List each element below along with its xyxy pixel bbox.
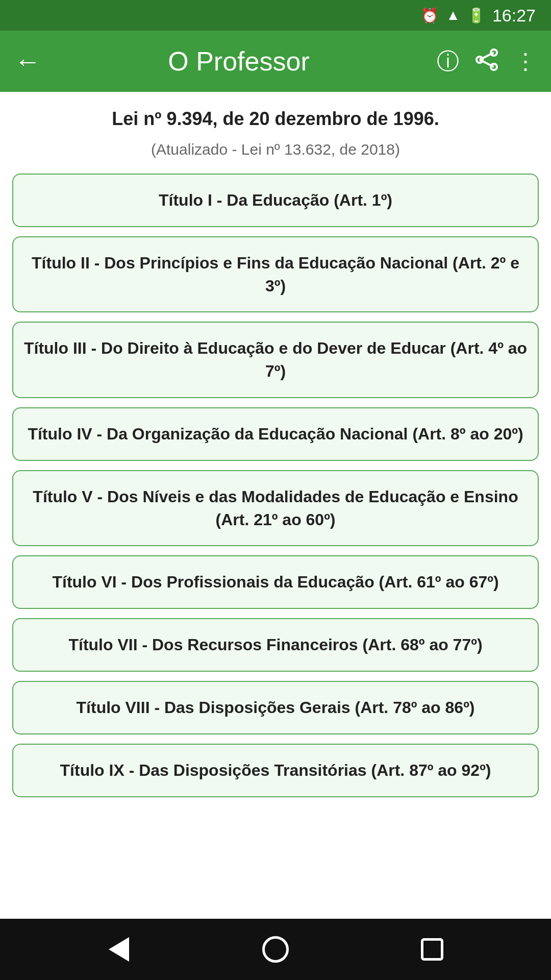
nav-home-button[interactable] — [255, 929, 296, 970]
svg-line-4 — [480, 60, 494, 67]
alarm-icon: ⏰ — [421, 7, 439, 24]
battery-icon: 🔋 — [467, 7, 485, 24]
law-title: Lei nº 9.394, de 20 dezembro de 1996. — [112, 108, 439, 130]
nav-recents-button[interactable] — [412, 929, 453, 970]
nav-bar — [0, 919, 551, 980]
share-button[interactable] — [475, 48, 498, 75]
app-bar: ← O Professor ⓘ ⋮ — [0, 31, 551, 92]
more-button[interactable]: ⋮ — [514, 50, 537, 72]
titulo-button-8[interactable]: Título VIII - Das Disposições Gerais (Ar… — [12, 681, 539, 734]
titulo-button-7[interactable]: Título VII - Dos Recursos Financeiros (A… — [12, 618, 539, 672]
nav-back-button[interactable] — [98, 929, 139, 970]
app-bar-actions: ⓘ ⋮ — [437, 48, 537, 75]
titulo-button-1[interactable]: Título I - Da Educação (Art. 1º) — [12, 174, 539, 227]
signal-icon: ▲ — [446, 7, 460, 23]
recents-nav-icon — [421, 938, 443, 961]
titulo-button-3[interactable]: Título III - Do Direito à Educação e do … — [12, 322, 539, 398]
status-time: 16:27 — [492, 6, 536, 26]
app-title: O Professor — [53, 46, 424, 77]
titulo-button-2[interactable]: Título II - Dos Princípios e Fins da Edu… — [12, 236, 539, 313]
titulo-button-4[interactable]: Título IV - Da Organização da Educação N… — [12, 407, 539, 461]
status-bar: ⏰ ▲ 🔋 16:27 — [0, 0, 551, 31]
titulo-button-9[interactable]: Título IX - Das Disposições Transitórias… — [12, 744, 539, 797]
titulo-button-5[interactable]: Título V - Dos Níveis e das Modalidades … — [12, 470, 539, 547]
titulo-button-6[interactable]: Título VI - Dos Profissionais da Educaçã… — [12, 555, 539, 609]
content-area: Lei nº 9.394, de 20 dezembro de 1996. (A… — [0, 92, 551, 919]
back-button[interactable]: ← — [14, 48, 41, 75]
home-nav-icon — [262, 936, 289, 963]
status-icons: ⏰ ▲ 🔋 16:27 — [421, 6, 536, 26]
info-button[interactable]: ⓘ — [437, 50, 459, 72]
law-subtitle: (Atualizado - Lei nº 13.632, de 2018) — [151, 141, 400, 158]
back-nav-icon — [109, 937, 129, 962]
svg-line-3 — [480, 53, 494, 60]
